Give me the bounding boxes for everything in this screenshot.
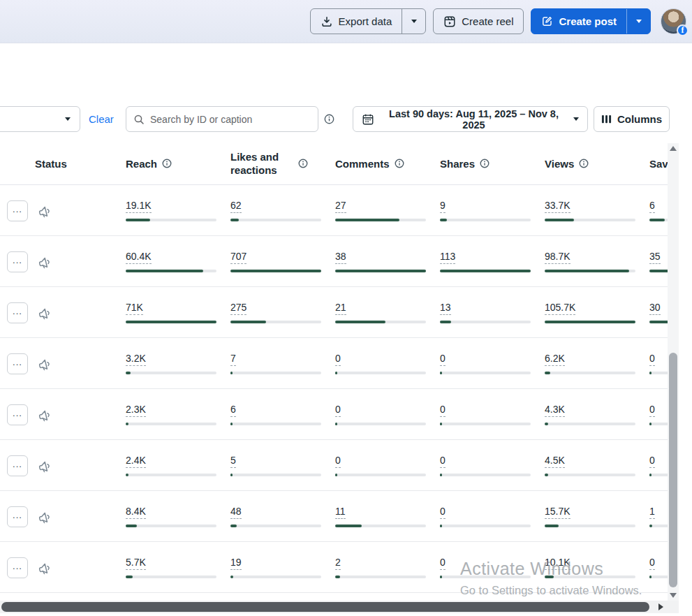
header-status: Status <box>35 142 67 185</box>
scroll-down-arrow-icon[interactable] <box>670 593 677 598</box>
columns-label: Columns <box>617 113 662 125</box>
metric-bar <box>230 219 321 221</box>
create-reel-button[interactable]: Create reel <box>433 8 524 34</box>
metric-value: 0 <box>440 557 446 570</box>
scroll-up-arrow-icon[interactable] <box>670 146 677 151</box>
metric-bar <box>649 219 668 221</box>
ellipsis-icon: ... <box>13 205 22 214</box>
megaphone-boost-icon[interactable] <box>34 252 54 272</box>
header-saves: Saves <box>649 142 668 185</box>
cell-shares: 0 <box>440 403 532 425</box>
metric-value: 0 <box>440 404 446 417</box>
horizontal-scrollbar-thumb[interactable] <box>1 602 649 612</box>
cell-likes-reactions: 48 <box>230 505 323 527</box>
cell-views: 15.7K <box>545 505 637 527</box>
metric-bar-fill <box>230 423 233 425</box>
meta-business-suite-content-page: Export data Create reel Create post <box>0 0 692 616</box>
metric-bar-fill <box>545 474 548 476</box>
megaphone-boost-icon[interactable] <box>34 201 54 221</box>
table-row: ... 2.4K 5 0 0 4.5K <box>0 440 668 491</box>
row-actions-button[interactable]: ... <box>7 455 28 476</box>
megaphone-boost-icon[interactable] <box>34 558 54 578</box>
megaphone-boost-icon[interactable] <box>34 354 54 374</box>
metric-value: 4.3K <box>545 404 565 417</box>
info-icon[interactable] <box>579 159 589 168</box>
metric-bar-fill <box>649 525 652 527</box>
export-data-button[interactable]: Export data <box>311 9 402 34</box>
row-actions-button[interactable]: ... <box>7 302 28 323</box>
cell-shares: 13 <box>440 301 532 323</box>
profile-menu-button[interactable]: f <box>661 8 686 34</box>
ellipsis-icon: ... <box>13 307 22 316</box>
metric-bar-fill <box>545 321 635 323</box>
metric-value: 0 <box>649 557 655 570</box>
create-post-button[interactable]: Create post <box>531 9 626 34</box>
metric-bar-fill <box>335 372 337 374</box>
metric-bar-fill <box>230 372 233 374</box>
vertical-scrollbar[interactable] <box>668 143 679 601</box>
metric-bar-fill <box>440 474 442 476</box>
row-actions-button[interactable]: ... <box>7 404 28 425</box>
metric-value: 6 <box>649 200 655 213</box>
megaphone-boost-icon[interactable] <box>34 405 54 425</box>
metric-bar <box>126 372 216 374</box>
metric-bar-fill <box>230 321 266 323</box>
columns-icon <box>601 114 612 124</box>
export-data-split-button: Export data <box>310 8 427 34</box>
metric-bar <box>126 423 216 425</box>
cell-likes-reactions: 62 <box>230 199 323 221</box>
metric-value: 19 <box>230 557 242 570</box>
metric-bar-fill <box>126 372 131 374</box>
cell-reach: 19.1K <box>126 199 218 221</box>
metric-bar <box>545 575 635 578</box>
info-icon[interactable] <box>298 159 308 168</box>
row-actions-button[interactable]: ... <box>7 251 28 272</box>
metric-bar-fill <box>545 525 559 527</box>
metric-bar-fill <box>126 525 137 527</box>
columns-button[interactable]: Columns <box>594 106 670 132</box>
megaphone-boost-icon[interactable] <box>34 303 54 323</box>
clear-filters-link[interactable]: Clear <box>89 113 114 125</box>
metric-bar-fill <box>335 474 337 476</box>
cell-comments: 0 <box>335 403 427 425</box>
create-post-dropdown-button[interactable] <box>626 9 650 34</box>
megaphone-boost-icon[interactable] <box>34 456 54 476</box>
megaphone-boost-icon[interactable] <box>34 507 54 527</box>
info-icon[interactable] <box>480 159 489 168</box>
info-icon[interactable] <box>162 159 172 168</box>
download-tray-icon <box>321 15 333 28</box>
row-actions-button[interactable]: ... <box>7 200 28 221</box>
metric-value: 6 <box>230 404 236 417</box>
ellipsis-icon: ... <box>13 358 22 367</box>
metric-value: 0 <box>335 404 341 417</box>
horizontal-scrollbar[interactable] <box>0 601 668 613</box>
metric-bar-fill <box>440 270 531 272</box>
metric-bar <box>230 270 321 272</box>
metric-bar <box>545 372 635 374</box>
metric-value: 0 <box>335 353 341 366</box>
cell-shares: 0 <box>440 454 532 476</box>
metric-bar <box>126 321 216 323</box>
search-info-icon[interactable] <box>324 114 334 124</box>
vertical-scrollbar-thumb[interactable] <box>669 353 677 587</box>
info-icon[interactable] <box>395 159 404 168</box>
export-data-dropdown-button[interactable] <box>402 9 425 34</box>
row-actions-button[interactable]: ... <box>7 557 28 578</box>
cell-reach: 2.3K <box>126 403 218 425</box>
cell-shares: 9 <box>440 199 532 221</box>
filter-dropdown[interactable] <box>0 106 80 132</box>
row-actions-button[interactable]: ... <box>7 353 28 374</box>
chevron-down-icon <box>573 117 579 121</box>
metric-value: 71K <box>126 302 143 315</box>
metric-bar-fill <box>649 219 665 221</box>
scroll-right-arrow-icon[interactable] <box>658 603 663 610</box>
cell-comments: 27 <box>335 199 427 221</box>
row-actions-button[interactable]: ... <box>7 506 28 527</box>
cell-views: 98.7K <box>545 250 637 272</box>
cell-saves: 30 <box>649 301 668 323</box>
cell-comments: 0 <box>335 454 427 476</box>
metric-bar-fill <box>335 219 399 221</box>
search-input[interactable] <box>150 114 311 125</box>
metric-bar-fill <box>335 423 337 425</box>
date-range-button[interactable]: Last 90 days: Aug 11, 2025 – Nov 8, 2025 <box>353 106 588 132</box>
